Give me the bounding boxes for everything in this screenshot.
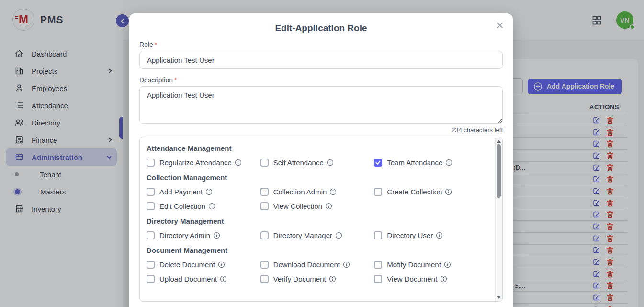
permission-item: Upload Document bbox=[147, 274, 260, 283]
info-icon[interactable] bbox=[445, 159, 452, 166]
info-icon[interactable] bbox=[329, 275, 336, 283]
modal-title: Edit-Application Role bbox=[139, 13, 503, 34]
info-icon[interactable] bbox=[343, 261, 350, 268]
close-icon bbox=[496, 22, 504, 29]
permission-checkbox[interactable] bbox=[260, 275, 269, 283]
permission-checkbox[interactable] bbox=[374, 231, 382, 239]
permission-checkbox[interactable] bbox=[147, 231, 155, 239]
permission-checkbox[interactable] bbox=[260, 202, 269, 210]
info-icon[interactable] bbox=[235, 159, 242, 166]
description-field-label: Description* bbox=[139, 76, 503, 84]
permissions-panel: Attendance ManagementRegularize Attendan… bbox=[139, 137, 503, 302]
permission-item: Edit Collection bbox=[147, 202, 260, 210]
permission-item: View Collection bbox=[260, 202, 374, 210]
permission-group-title: Attendance Management bbox=[147, 144, 488, 152]
permission-label: Upload Document bbox=[159, 275, 217, 283]
permission-group-title: Directory Management bbox=[147, 217, 488, 225]
info-icon[interactable] bbox=[205, 188, 213, 195]
permission-checkbox[interactable] bbox=[260, 261, 269, 269]
permission-label: Team Attendance bbox=[387, 159, 442, 167]
role-field-label: Role* bbox=[139, 41, 503, 48]
permission-label: Directory Admin bbox=[159, 231, 210, 239]
permission-group-title: Collection Management bbox=[147, 173, 488, 182]
info-icon[interactable] bbox=[335, 232, 342, 239]
permission-item: View Document bbox=[374, 274, 488, 283]
permission-checkbox[interactable] bbox=[147, 275, 155, 283]
permission-item: Collection Admin bbox=[260, 187, 374, 196]
permissions-scrollbar[interactable] bbox=[495, 138, 502, 301]
permission-item: Add Payment bbox=[147, 187, 260, 196]
info-icon[interactable] bbox=[213, 232, 220, 239]
permission-checkbox[interactable] bbox=[147, 188, 155, 196]
permission-item: Directory User bbox=[374, 231, 488, 239]
permission-checkbox[interactable] bbox=[260, 188, 269, 196]
info-icon[interactable] bbox=[327, 159, 334, 166]
permission-checkbox[interactable] bbox=[147, 202, 155, 210]
permission-label: Create Collection bbox=[387, 188, 442, 196]
info-icon[interactable] bbox=[440, 275, 447, 283]
scrollbar-down-arrow[interactable] bbox=[497, 296, 501, 299]
permission-label: Verify Document bbox=[273, 275, 326, 283]
permission-label: Regularize Attendance bbox=[159, 159, 232, 167]
scrollbar-up-arrow[interactable] bbox=[497, 140, 501, 143]
permission-item: Create Collection bbox=[374, 187, 488, 196]
characters-left-counter: 234 characters left bbox=[139, 126, 503, 134]
permission-label: Directory Manager bbox=[273, 231, 332, 239]
permission-item: Regularize Attendance bbox=[147, 158, 260, 167]
role-input[interactable] bbox=[139, 51, 503, 69]
permission-checkbox[interactable] bbox=[260, 231, 269, 239]
permission-item: Verify Document bbox=[260, 274, 374, 283]
permission-checkbox[interactable] bbox=[374, 159, 382, 167]
permission-checkbox[interactable] bbox=[147, 159, 155, 167]
info-icon[interactable] bbox=[445, 188, 452, 195]
description-textarea[interactable] bbox=[139, 86, 503, 124]
permission-label: Delete Document bbox=[159, 261, 215, 269]
edit-application-role-modal: Edit-Application Role Role* Description*… bbox=[129, 13, 513, 307]
permission-checkbox[interactable] bbox=[260, 159, 269, 167]
permission-item: Download Document bbox=[260, 260, 374, 269]
permission-item: Self Attendance bbox=[260, 158, 374, 167]
permission-label: Add Payment bbox=[159, 188, 203, 196]
scrollbar-thumb[interactable] bbox=[497, 144, 501, 198]
info-icon[interactable] bbox=[329, 188, 337, 195]
permission-label: Collection Admin bbox=[273, 188, 327, 196]
permission-label: View Document bbox=[387, 275, 437, 283]
permission-item: Delete Document bbox=[147, 260, 260, 269]
permission-checkbox[interactable] bbox=[374, 188, 382, 196]
permission-checkbox[interactable] bbox=[374, 275, 382, 283]
required-asterisk: * bbox=[174, 76, 177, 84]
permission-item: Team Attendance bbox=[374, 158, 488, 167]
required-asterisk: * bbox=[155, 41, 157, 48]
permission-checkbox[interactable] bbox=[374, 261, 382, 269]
permission-item: Directory Admin bbox=[147, 231, 260, 239]
info-icon[interactable] bbox=[444, 261, 451, 268]
permission-label: View Collection bbox=[273, 202, 322, 210]
permission-checkbox[interactable] bbox=[147, 261, 155, 269]
modal-close-button[interactable] bbox=[493, 18, 507, 33]
permission-item: Mofify Document bbox=[374, 260, 488, 269]
permission-label: Mofify Document bbox=[387, 261, 441, 269]
info-icon[interactable] bbox=[325, 203, 332, 210]
permission-label: Download Document bbox=[273, 261, 340, 269]
permission-item: Directory Manager bbox=[260, 231, 374, 239]
permission-label: Self Attendance bbox=[273, 159, 324, 167]
info-icon[interactable] bbox=[436, 232, 443, 239]
permission-label: Directory User bbox=[387, 231, 433, 239]
info-icon[interactable] bbox=[220, 275, 227, 283]
permission-label: Edit Collection bbox=[159, 202, 205, 210]
permission-group-title: Document Management bbox=[147, 246, 488, 254]
info-icon[interactable] bbox=[208, 203, 215, 210]
info-icon[interactable] bbox=[218, 261, 225, 268]
